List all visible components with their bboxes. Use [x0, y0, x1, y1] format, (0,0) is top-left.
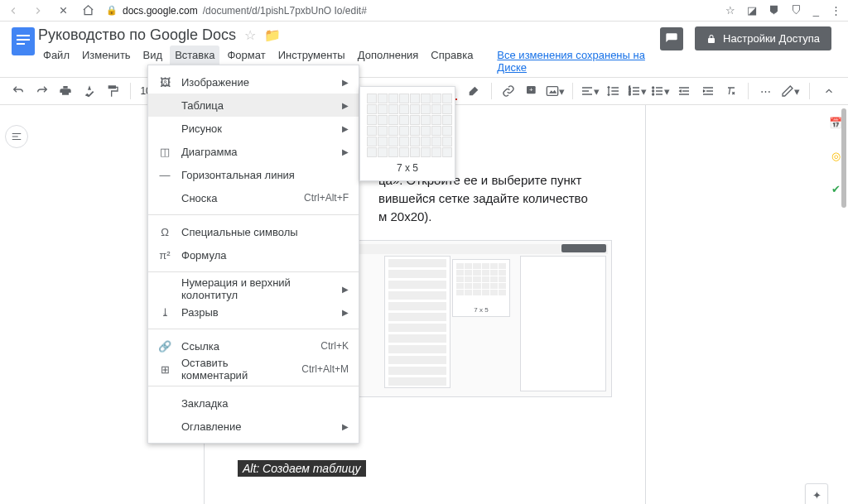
browser-toolbar: 🔒 docs.google.com/document/d/1pishL7pxbU…	[0, 0, 848, 22]
menu-edit[interactable]: Изменить	[77, 46, 136, 77]
numbered-list-icon[interactable]: 123▾	[627, 80, 648, 102]
share-label: Настройки Доступа	[723, 32, 820, 45]
highlight-icon[interactable]	[464, 80, 484, 102]
table-size-picker[interactable]: 7 x 5	[359, 86, 455, 181]
paint-format-icon[interactable]	[103, 80, 123, 102]
url-path: /document/d/1pishL7pxbUnO Io/edit#	[203, 5, 367, 17]
link-icon[interactable]	[498, 80, 518, 102]
body-text-2: вившейся сетке задайте количество	[378, 191, 588, 205]
break-icon: ⤓	[158, 306, 171, 319]
forward-icon[interactable]	[31, 4, 45, 17]
url-host: docs.google.com	[123, 5, 198, 17]
svg-point-10	[653, 87, 654, 89]
menu-item-footnote[interactable]: СноскаCtrl+Alt+F	[148, 186, 359, 209]
table-grid-label: 7 x 5	[367, 162, 448, 174]
menu-help[interactable]: Справка	[426, 46, 478, 77]
chart-icon: ◫	[158, 146, 171, 158]
omega-icon: Ω	[158, 226, 171, 238]
insert-menu: 🖼Изображение▶ Таблица▶ Рисунок▶ ◫Диаграм…	[147, 65, 359, 444]
hr-icon: —	[158, 169, 171, 181]
doc-title[interactable]: Руководство по Google Docs	[38, 26, 236, 44]
docs-logo-icon[interactable]	[8, 26, 38, 56]
indent-icon[interactable]	[697, 80, 718, 102]
menu-item-hr[interactable]: —Горизонтальная линия	[148, 163, 359, 186]
back-icon[interactable]	[7, 4, 20, 17]
undo-icon[interactable]	[8, 80, 29, 102]
embedded-grid-label: 7 x 5	[453, 306, 509, 314]
menu-item-comment[interactable]: ⊞Оставить комментарийCtrl+Alt+M	[148, 358, 359, 381]
redo-icon[interactable]	[32, 80, 53, 102]
share-button[interactable]: Настройки Доступа	[695, 26, 831, 50]
star-icon[interactable]: ☆	[725, 4, 735, 17]
print-icon[interactable]	[55, 80, 76, 102]
link-mi-icon: 🔗	[158, 340, 171, 353]
saved-link[interactable]: Все изменения сохранены на Диске	[492, 46, 660, 77]
lock-icon: 🔒	[106, 5, 118, 16]
svg-rect-6	[547, 87, 558, 96]
clear-format-icon[interactable]	[721, 80, 742, 102]
edit-mode-icon[interactable]: ▾	[779, 80, 801, 102]
menu-item-table[interactable]: Таблица▶	[148, 94, 359, 117]
ext-icon-1[interactable]: ◪	[747, 4, 757, 17]
home-icon[interactable]	[81, 4, 94, 17]
address-bar[interactable]: 🔒 docs.google.com/document/d/1pishL7pxbU…	[106, 5, 714, 17]
explore-button[interactable]: ✦	[805, 483, 828, 504]
scrollbar[interactable]	[840, 105, 846, 504]
menu-item-bookmark[interactable]: Закладка	[148, 391, 359, 415]
alt-caption: Alt: Создаем таблицу	[238, 460, 366, 477]
svg-text:3: 3	[629, 92, 631, 96]
ext-icon-3[interactable]: ⛉	[791, 4, 802, 17]
bullet-list-icon[interactable]: ▾	[650, 80, 671, 102]
svg-rect-2	[17, 39, 30, 41]
more-icon[interactable]: ⋯	[755, 80, 776, 102]
comment-mi-icon: ⊞	[158, 363, 171, 376]
menu-item-break[interactable]: ⤓Разрыв▶	[148, 300, 359, 324]
outdent-icon[interactable]	[674, 80, 695, 102]
svg-rect-3	[17, 43, 25, 45]
menu-item-chart[interactable]: ◫Диаграмма▶	[148, 140, 359, 163]
add-comment-icon[interactable]: +	[522, 80, 542, 102]
docs-header: Руководство по Google Docs ☆ 📁 Файл Изме…	[0, 22, 848, 77]
menu-item-formula[interactable]: π²Формула	[148, 243, 359, 266]
line-spacing-icon[interactable]	[603, 80, 624, 102]
menu-item-link[interactable]: 🔗СсылкаCtrl+K	[148, 334, 359, 358]
spellcheck-icon[interactable]	[80, 80, 100, 102]
lock-icon	[706, 34, 716, 44]
svg-rect-1	[17, 35, 30, 36]
menu-file[interactable]: Файл	[38, 46, 75, 77]
svg-point-11	[653, 90, 654, 92]
menu-item-image[interactable]: 🖼Изображение▶	[148, 70, 359, 94]
collapse-icon[interactable]	[818, 80, 840, 102]
menu-dots-icon[interactable]: ⋮	[831, 4, 841, 17]
outline-toggle-icon[interactable]	[5, 125, 28, 148]
svg-text:+: +	[529, 86, 533, 94]
minimize-icon[interactable]: _	[813, 4, 819, 17]
stop-icon[interactable]	[56, 4, 70, 17]
body-text-3: м 20x20).	[378, 209, 432, 223]
menu-item-header[interactable]: Нумерация и верхний колонтитул▶	[148, 277, 359, 300]
table-grid[interactable]	[367, 94, 448, 157]
image-icon: 🖼	[158, 76, 171, 89]
insert-image-icon[interactable]: ▾	[545, 80, 566, 102]
star-doc-icon[interactable]: ☆	[244, 27, 256, 43]
comments-button[interactable]	[660, 27, 683, 50]
pi-icon: π²	[158, 249, 171, 262]
menu-addons[interactable]: Дополнения	[353, 46, 424, 77]
align-icon[interactable]: ▾	[580, 80, 600, 102]
browser-right: ☆ ◪ ⛊ ⛉ _ ⋮	[725, 4, 841, 17]
ext-icon-2[interactable]: ⛊	[768, 4, 779, 17]
menu-item-special[interactable]: ΩСпециальные символы	[148, 220, 359, 243]
menu-item-drawing[interactable]: Рисунок▶	[148, 117, 359, 140]
folder-icon[interactable]: 📁	[264, 27, 281, 43]
svg-rect-0	[12, 27, 35, 55]
svg-point-12	[653, 94, 654, 95]
menu-item-toc[interactable]: Оглавление▶	[148, 415, 359, 438]
